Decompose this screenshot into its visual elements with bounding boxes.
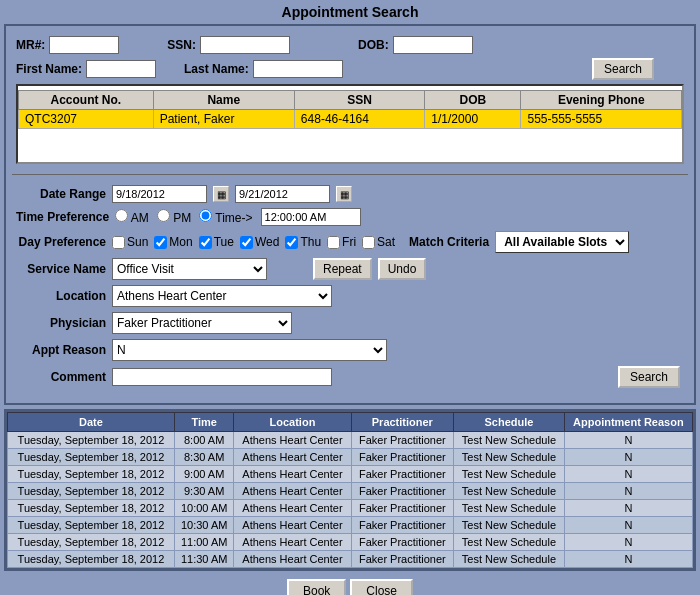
day-checkbox-label-tue[interactable]: Tue <box>199 235 234 249</box>
pm-label: PM <box>173 211 191 225</box>
patient-results-table: Account No.NameSSNDOBEvening Phone QTC32… <box>18 90 682 129</box>
time-pref-label: Time Preference <box>16 210 109 224</box>
list-item[interactable]: Tuesday, September 18, 20128:30 AMAthens… <box>8 449 693 466</box>
main-panel: MR#: SSN: DOB: First Name: Last Name: <box>4 24 696 405</box>
results-col-header: Evening Phone <box>521 91 682 110</box>
day-checkbox-label-sat[interactable]: Sat <box>362 235 395 249</box>
physician-label: Physician <box>16 316 106 330</box>
appt-reason-select[interactable]: N <box>112 339 387 361</box>
results-scroll-container[interactable]: DateTimeLocationPractitionerScheduleAppo… <box>6 411 694 569</box>
first-name-label: First Name: <box>16 62 82 76</box>
day-checkbox-label-wed[interactable]: Wed <box>240 235 279 249</box>
day-checkbox-label-thu[interactable]: Thu <box>285 235 321 249</box>
list-item[interactable]: Tuesday, September 18, 201210:00 AMAthen… <box>8 500 693 517</box>
time-after-radio[interactable] <box>199 209 212 222</box>
bottom-col-header: Location <box>234 413 351 432</box>
list-item[interactable]: Tuesday, September 18, 20128:00 AMAthens… <box>8 432 693 449</box>
top-search-button[interactable]: Search <box>592 58 654 80</box>
results-section: DateTimeLocationPractitionerScheduleAppo… <box>4 409 696 571</box>
service-name-label: Service Name <box>16 262 106 276</box>
all-available-select[interactable]: All Available Slots <box>495 231 629 253</box>
last-name-input[interactable] <box>253 60 343 78</box>
time-after-radio-label[interactable]: Time-> <box>199 209 252 225</box>
time-after-label: Time-> <box>215 211 252 225</box>
repeat-button[interactable]: Repeat <box>313 258 372 280</box>
day-checkbox-thu[interactable] <box>285 236 298 249</box>
undo-button[interactable]: Undo <box>378 258 427 280</box>
last-name-label: Last Name: <box>184 62 249 76</box>
table-row[interactable]: QTC3207Patient, Faker648-46-41641/1/2000… <box>19 110 682 129</box>
list-item[interactable]: Tuesday, September 18, 20129:00 AMAthens… <box>8 466 693 483</box>
day-checkbox-label-mon[interactable]: Mon <box>154 235 192 249</box>
physician-select[interactable]: Faker Practitioner <box>112 312 292 334</box>
list-item[interactable]: Tuesday, September 18, 201210:30 AMAthen… <box>8 517 693 534</box>
ssn-label: SSN: <box>167 38 196 52</box>
bottom-col-header: Practitioner <box>351 413 454 432</box>
day-checkbox-tue[interactable] <box>199 236 212 249</box>
first-name-input[interactable] <box>86 60 156 78</box>
comment-label: Comment <box>16 370 106 384</box>
match-criteria-label: Match Criteria <box>409 235 489 249</box>
list-item[interactable]: Tuesday, September 18, 20129:30 AMAthens… <box>8 483 693 500</box>
bottom-col-header: Appointment Reason <box>564 413 692 432</box>
results-col-header: DOB <box>425 91 521 110</box>
appointment-form: Date Range ▦ ▦ Time Preference AM PM <box>12 181 688 397</box>
ssn-input[interactable] <box>200 36 290 54</box>
page-title: Appointment Search <box>0 0 700 24</box>
appt-reason-label: Appt Reason <box>16 343 106 357</box>
am-label: AM <box>131 211 149 225</box>
day-pref-label: Day Preference <box>16 235 106 249</box>
results-table: DateTimeLocationPractitionerScheduleAppo… <box>7 412 693 568</box>
cal-icon-end[interactable]: ▦ <box>336 186 352 202</box>
day-checkbox-label-fri[interactable]: Fri <box>327 235 356 249</box>
time-value-input[interactable] <box>261 208 361 226</box>
day-checkbox-sat[interactable] <box>362 236 375 249</box>
day-checkbox-sun[interactable] <box>112 236 125 249</box>
top-search-area: MR#: SSN: DOB: First Name: Last Name: <box>12 32 688 168</box>
results-col-header: Account No. <box>19 91 154 110</box>
dob-label: DOB: <box>358 38 389 52</box>
location-select[interactable]: Athens Heart Center <box>112 285 332 307</box>
day-checkbox-wed[interactable] <box>240 236 253 249</box>
patient-results-scrollbox[interactable]: Account No.NameSSNDOBEvening Phone QTC32… <box>16 84 684 164</box>
bottom-col-header: Time <box>174 413 233 432</box>
close-button[interactable]: Close <box>350 579 413 595</box>
am-radio-label[interactable]: AM <box>115 209 149 225</box>
mr-label: MR#: <box>16 38 45 52</box>
date-end-input[interactable] <box>235 185 330 203</box>
bottom-col-header: Date <box>8 413 175 432</box>
results-col-header: SSN <box>294 91 424 110</box>
mr-input[interactable] <box>49 36 119 54</box>
book-close-row: Book Close <box>0 575 700 595</box>
book-button[interactable]: Book <box>287 579 346 595</box>
pm-radio[interactable] <box>157 209 170 222</box>
cal-icon-start[interactable]: ▦ <box>213 186 229 202</box>
list-item[interactable]: Tuesday, September 18, 201211:30 AMAthen… <box>8 551 693 568</box>
day-checkbox-label-sun[interactable]: Sun <box>112 235 148 249</box>
day-checkbox-mon[interactable] <box>154 236 167 249</box>
day-checkbox-fri[interactable] <box>327 236 340 249</box>
pm-radio-label[interactable]: PM <box>157 209 191 225</box>
date-start-input[interactable] <box>112 185 207 203</box>
am-radio[interactable] <box>115 209 128 222</box>
bottom-col-header: Schedule <box>454 413 565 432</box>
results-col-header: Name <box>153 91 294 110</box>
location-label: Location <box>16 289 106 303</box>
comment-input[interactable] <box>112 368 332 386</box>
dob-input[interactable] <box>393 36 473 54</box>
date-range-label: Date Range <box>16 187 106 201</box>
service-name-select[interactable]: Office Visit <box>112 258 267 280</box>
form-search-button[interactable]: Search <box>618 366 680 388</box>
list-item[interactable]: Tuesday, September 18, 201211:00 AMAthen… <box>8 534 693 551</box>
